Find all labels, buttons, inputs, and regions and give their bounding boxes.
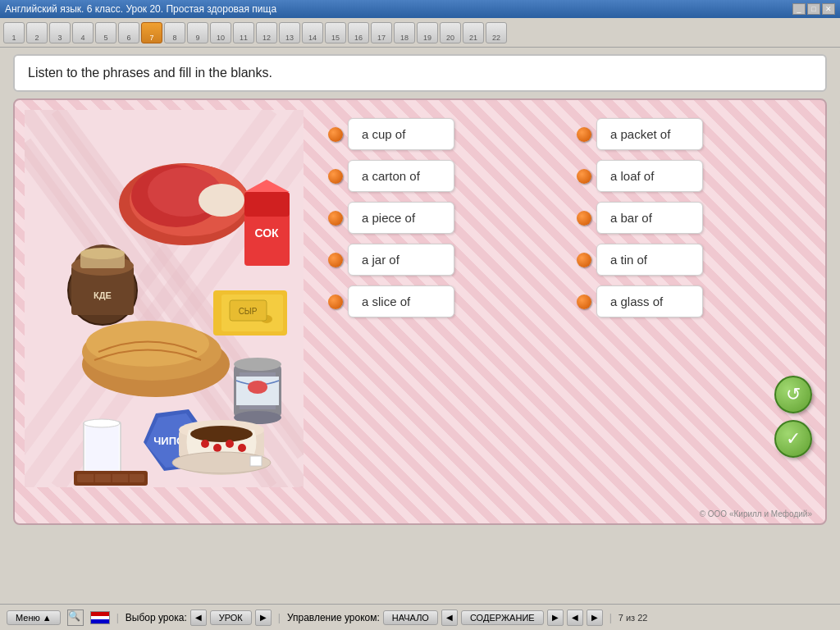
control-label: Управление уроком: [287, 612, 380, 623]
phrase-dot-piece[interactable] [328, 211, 343, 226]
maximize-button[interactable]: □ [807, 3, 820, 15]
phrase-box-jar[interactable]: a jar of [348, 244, 454, 276]
phrase-item-tin: a tin of [577, 244, 815, 276]
content-button[interactable]: СОДЕРЖАНИЕ [461, 610, 544, 625]
close-button[interactable]: ✕ [822, 3, 835, 15]
phrase-item-packet: a packet of [577, 118, 815, 150]
lesson-btn-17[interactable]: 17 [371, 22, 392, 43]
lesson-btn-10[interactable]: 10 [210, 22, 231, 43]
action-buttons: ↺ ✓ [774, 376, 812, 458]
minimize-button[interactable]: _ [792, 3, 806, 15]
svg-point-22 [199, 184, 244, 217]
phrase-dot-cup[interactable] [328, 127, 343, 142]
phrase-dot-glass[interactable] [577, 294, 591, 309]
phrase-box-glass[interactable]: a glass of [596, 285, 703, 317]
phrase-dot-jar[interactable] [328, 253, 343, 267]
menu-section: Меню ▲ [7, 610, 61, 625]
phrase-dot-carton[interactable] [328, 169, 343, 184]
phrase-dot-loaf[interactable] [577, 169, 591, 184]
svg-text:СЫР: СЫР [239, 307, 258, 316]
lesson-btn-1[interactable]: 1 [3, 22, 25, 43]
svg-point-41 [248, 381, 267, 394]
lesson-btn-12[interactable]: 12 [256, 22, 277, 43]
svg-point-47 [84, 419, 120, 427]
main-content: Listen to the phrases and fill in the bl… [0, 48, 840, 532]
phrase-dot-slice[interactable] [328, 294, 343, 309]
lesson-btn-13[interactable]: 13 [279, 22, 300, 43]
check-button[interactable]: ✓ [774, 420, 812, 458]
phrase-item-cup: a cup of [328, 118, 567, 150]
lesson-btn-5[interactable]: 5 [95, 22, 116, 43]
phrase-dot-tin[interactable] [577, 253, 591, 267]
control-section: Управление уроком: НАЧАЛО ◀ СОДЕРЖАНИЕ ▶… [287, 609, 603, 626]
svg-point-37 [234, 358, 281, 371]
instruction-text: Listen to the phrases and fill in the bl… [28, 66, 272, 80]
phrase-box-tin[interactable]: a tin of [596, 244, 703, 276]
lesson-btn-11[interactable]: 11 [233, 22, 254, 43]
phrases-grid: a cup of a packet of a carton of a loaf … [328, 110, 815, 514]
lesson-button[interactable]: УРОК [210, 610, 252, 625]
svg-rect-60 [77, 474, 144, 482]
phrase-box-loaf[interactable]: a loaf of [596, 160, 703, 192]
control-extra2[interactable]: ▶ [587, 609, 603, 626]
phrase-item-piece: a piece of [328, 202, 567, 234]
svg-point-55 [226, 440, 234, 448]
phrase-box-bar[interactable]: a bar of [596, 202, 703, 234]
phrase-dot-packet[interactable] [577, 127, 591, 142]
lesson-btn-7[interactable]: 7 [141, 22, 162, 43]
phrase-box-packet[interactable]: a packet of [596, 118, 703, 150]
phrase-box-cup[interactable]: a cup of [348, 118, 454, 150]
separator-1: | [116, 612, 119, 623]
phrase-item-bar: a bar of [577, 202, 815, 234]
control-prev-button[interactable]: ◀ [441, 609, 458, 626]
page-count: 7 из 22 [619, 613, 648, 623]
bottom-bar: Меню ▲ 🔍 | Выбор урока: ◀ УРОК ▶ | Управ… [0, 604, 840, 630]
separator-3: | [609, 612, 612, 623]
lesson-btn-3[interactable]: 3 [49, 22, 71, 43]
lesson-btn-19[interactable]: 19 [417, 22, 438, 43]
phrase-box-carton[interactable]: a carton of [348, 160, 454, 192]
lesson-select-label: Выбор урока: [126, 612, 187, 623]
copyright-text: © ООО «Кирилл и Мефодий» [700, 509, 812, 518]
svg-point-53 [201, 440, 209, 448]
search-button[interactable]: 🔍 [67, 609, 84, 626]
lesson-btn-2[interactable]: 2 [26, 22, 48, 43]
control-next-button[interactable]: ▶ [547, 609, 564, 626]
svg-text:КДЕ: КДЕ [94, 290, 112, 300]
lesson-btn-8[interactable]: 8 [164, 22, 185, 43]
lesson-btn-20[interactable]: 20 [440, 22, 461, 43]
lesson-btn-21[interactable]: 21 [463, 22, 484, 43]
menu-button[interactable]: Меню ▲ [7, 610, 61, 625]
lesson-btn-15[interactable]: 15 [325, 22, 346, 43]
lesson-btn-16[interactable]: 16 [348, 22, 369, 43]
lesson-next-button[interactable]: ▶ [255, 609, 272, 626]
control-extra1[interactable]: ◀ [567, 609, 583, 626]
lesson-select-section: Выбор урока: ◀ УРОК ▶ [126, 609, 272, 626]
svg-rect-46 [85, 423, 119, 472]
lesson-btn-18[interactable]: 18 [394, 22, 415, 43]
lesson-toolbar: 1 2 3 4 5 6 7 8 9 10 11 12 13 14 15 16 1… [0, 18, 840, 48]
svg-point-35 [86, 321, 209, 367]
start-button[interactable]: НАЧАЛО [383, 610, 438, 625]
lesson-btn-22[interactable]: 22 [486, 22, 507, 43]
svg-point-54 [213, 444, 221, 452]
title-bar: Английский язык. 6 класс. Урок 20. Прост… [0, 0, 840, 18]
lesson-btn-9[interactable]: 9 [187, 22, 208, 43]
phrase-item-slice: a slice of [328, 285, 567, 317]
phrase-box-slice[interactable]: a slice of [348, 285, 454, 317]
refresh-button[interactable]: ↺ [774, 376, 812, 413]
lesson-btn-14[interactable]: 14 [302, 22, 323, 43]
phrase-item-carton: a carton of [328, 160, 567, 192]
window-controls: _ □ ✕ [792, 3, 835, 15]
phrase-dot-bar[interactable] [577, 211, 591, 226]
food-illustration-area: КДЕ СОК СЫР [25, 110, 320, 514]
phrase-item-glass: a glass of [577, 285, 815, 317]
separator-2: | [278, 612, 281, 623]
lesson-btn-4[interactable]: 4 [72, 22, 94, 43]
language-flag [90, 611, 110, 624]
phrase-box-piece[interactable]: a piece of [348, 202, 454, 234]
svg-text:СОК: СОК [254, 226, 279, 240]
lesson-btn-6[interactable]: 6 [118, 22, 139, 43]
svg-point-16 [80, 248, 125, 259]
lesson-prev-button[interactable]: ◀ [190, 609, 207, 626]
